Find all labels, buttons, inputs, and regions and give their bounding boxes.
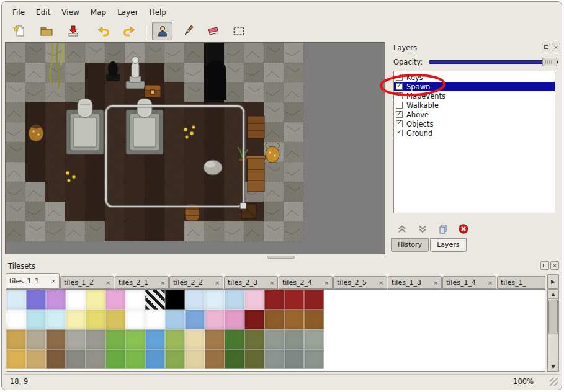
checkbox[interactable]: ✓ xyxy=(396,120,403,127)
new-button[interactable] xyxy=(9,22,30,40)
tileset-tile[interactable] xyxy=(105,290,125,310)
tileset-tile[interactable] xyxy=(125,329,145,349)
opacity-slider[interactable] xyxy=(429,60,558,64)
tab-close-icon[interactable]: × xyxy=(51,278,56,284)
tileset-tab[interactable]: tiles_1_2 × xyxy=(60,276,114,289)
tab-history[interactable]: History xyxy=(391,238,429,252)
menu-help[interactable]: Help xyxy=(144,6,172,19)
splitter-handle[interactable] xyxy=(267,256,295,259)
tileset-tile[interactable] xyxy=(46,349,66,369)
tileset-tile[interactable] xyxy=(185,290,205,310)
tabs-scroll-right-button[interactable]: ▶ xyxy=(547,274,559,289)
tileset-tile[interactable] xyxy=(26,290,46,310)
tileset-tile[interactable] xyxy=(26,349,46,369)
tileset-tile[interactable] xyxy=(6,290,26,310)
tileset-content[interactable] xyxy=(6,289,545,372)
tileset-tab[interactable]: tiles_2_1 × xyxy=(115,276,169,289)
checkbox[interactable] xyxy=(396,102,403,109)
tileset-tile[interactable] xyxy=(6,329,26,349)
redo-button[interactable] xyxy=(119,22,139,40)
opacity-slider-handle[interactable] xyxy=(542,58,557,66)
layer-row-ground[interactable]: ✓ Ground xyxy=(394,128,555,138)
layer-row-walkable[interactable]: Walkable xyxy=(394,100,555,110)
resize-grip[interactable] xyxy=(550,378,558,386)
open-button[interactable] xyxy=(36,22,56,40)
scroll-down-button[interactable]: ▼ xyxy=(548,362,558,371)
selection-resize-handle[interactable] xyxy=(240,203,246,209)
tileset-tab[interactable]: tiles_2_4 × xyxy=(279,276,333,289)
tileset-tile[interactable] xyxy=(185,349,205,369)
tileset-tile[interactable] xyxy=(225,290,244,310)
scrollbar-thumb[interactable] xyxy=(548,300,558,334)
tab-close-icon[interactable]: × xyxy=(488,280,493,286)
menu-layer[interactable]: Layer xyxy=(112,6,143,19)
tileset-tile[interactable] xyxy=(264,349,284,369)
layer-delete-button[interactable] xyxy=(456,222,471,236)
tileset-tile[interactable] xyxy=(26,310,46,329)
tileset-tile[interactable] xyxy=(6,310,26,329)
tileset-tile[interactable] xyxy=(145,329,165,349)
tileset-tile[interactable] xyxy=(165,310,185,329)
tileset-scrollbar[interactable]: ▲ ▼ xyxy=(547,289,559,372)
tileset-tile[interactable] xyxy=(105,329,125,349)
layer-row-objects[interactable]: ✓ Objects xyxy=(394,119,555,128)
tileset-tile[interactable] xyxy=(205,290,225,310)
tab-close-icon[interactable]: × xyxy=(105,280,110,286)
scroll-up-button[interactable]: ▲ xyxy=(548,290,558,299)
tileset-tile[interactable] xyxy=(105,310,125,329)
tileset-tile[interactable] xyxy=(145,290,165,310)
tileset-tile[interactable] xyxy=(46,290,66,310)
tab-close-icon[interactable]: × xyxy=(215,280,220,286)
tileset-tile[interactable] xyxy=(205,329,225,349)
tileset-tile[interactable] xyxy=(205,310,225,329)
panel-close-button[interactable]: × xyxy=(552,43,560,51)
tileset-tile[interactable] xyxy=(264,290,284,310)
tileset-tile[interactable] xyxy=(26,329,46,349)
tileset-tile[interactable] xyxy=(244,290,264,310)
checkbox[interactable]: ✓ xyxy=(396,74,403,81)
tileset-tile[interactable] xyxy=(284,310,304,329)
tileset-tile[interactable] xyxy=(165,349,185,369)
panel-float-button[interactable] xyxy=(540,261,549,270)
tileset-tile[interactable] xyxy=(145,310,165,329)
tileset-tile[interactable] xyxy=(244,349,264,369)
tileset-tab[interactable]: tiles_2_2 × xyxy=(169,276,223,289)
checkbox[interactable]: ✓ xyxy=(396,92,403,99)
tileset-tile[interactable] xyxy=(46,329,66,349)
tileset-tile[interactable] xyxy=(125,310,145,329)
tileset-tile[interactable] xyxy=(284,290,304,310)
tab-close-icon[interactable]: × xyxy=(433,280,438,286)
tab-close-icon[interactable]: × xyxy=(324,280,329,286)
tab-close-icon[interactable]: × xyxy=(378,280,383,286)
tileset-tile[interactable] xyxy=(264,329,284,349)
tileset-tab[interactable]: tiles_1_4 × xyxy=(442,276,496,289)
tileset-tile[interactable] xyxy=(244,329,264,349)
layer-row-keys[interactable]: ✓ Keys xyxy=(394,73,555,82)
tileset-tile[interactable] xyxy=(304,329,324,349)
tileset-tile[interactable] xyxy=(86,329,105,349)
spawn-tool-button[interactable] xyxy=(152,22,172,40)
layer-row-mapevents[interactable]: ✓ Mapevents xyxy=(394,91,555,100)
tileset-tab[interactable]: tiles_1_ xyxy=(497,276,545,289)
tileset-tile[interactable] xyxy=(185,329,205,349)
tileset-tile[interactable] xyxy=(66,290,86,310)
tileset-tile[interactable] xyxy=(225,329,244,349)
layer-move-down-button[interactable] xyxy=(415,222,430,236)
tileset-tile[interactable] xyxy=(86,290,105,310)
tileset-tile[interactable] xyxy=(165,329,185,349)
tileset-tab[interactable]: tiles_1_1 × xyxy=(6,273,60,289)
checkbox[interactable]: ✓ xyxy=(396,111,403,118)
tileset-tile[interactable] xyxy=(225,310,244,329)
tileset-tile[interactable] xyxy=(264,310,284,329)
tileset-tile[interactable] xyxy=(125,349,145,369)
tileset-tile[interactable] xyxy=(6,349,26,369)
checkbox[interactable]: ✓ xyxy=(396,130,403,136)
map-canvas[interactable] xyxy=(5,42,385,254)
tab-close-icon[interactable]: × xyxy=(269,280,274,286)
undo-button[interactable] xyxy=(93,22,114,40)
tab-close-icon[interactable]: × xyxy=(160,280,165,286)
tileset-tab[interactable]: tiles_2_3 × xyxy=(224,276,278,289)
tileset-tile[interactable] xyxy=(66,310,86,329)
tileset-tile[interactable] xyxy=(205,349,225,369)
tileset-tile[interactable] xyxy=(304,310,324,329)
